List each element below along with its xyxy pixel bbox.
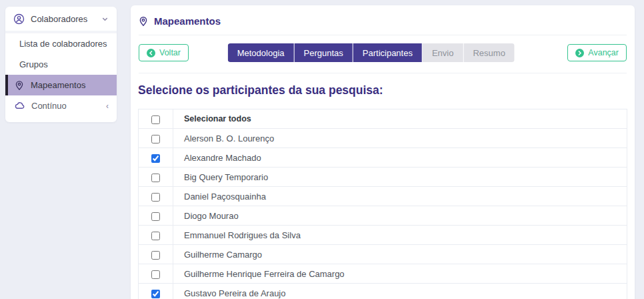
person-circle-icon (13, 13, 25, 25)
participant-name: Alerson B. O. Lourenço (173, 129, 627, 148)
sidebar-item-label: Mapeamentos (31, 80, 85, 90)
row-checkbox[interactable] (151, 232, 160, 240)
participant-name: Guilherme Camargo (173, 245, 627, 264)
table-header-row: Selecionar todos (139, 109, 627, 129)
row-checkbox[interactable] (151, 135, 160, 143)
participant-name: Gustavo Pereira de Araujo (173, 284, 627, 299)
table-row: Alerson B. O. Lourenço (139, 129, 627, 148)
table-row: Emmanuel Rodrigues da Silva (139, 226, 627, 245)
sidebar-item-colaboradores[interactable]: Colaboradores (5, 7, 117, 31)
row-checkbox[interactable] (151, 193, 160, 202)
divider (139, 35, 627, 35)
participant-name: Big Query Temporario (173, 168, 627, 187)
row-checkbox[interactable] (151, 270, 160, 279)
sidebar-item-continuo[interactable]: Contínuo ‹ (5, 95, 117, 116)
location-pin-icon (138, 16, 149, 27)
table-row: Daniel Paçosquainha (139, 187, 627, 206)
section-heading: Selecione os participantes da sua pesqui… (138, 83, 627, 97)
table-row: Guilherme Camargo (139, 245, 627, 264)
select-all-label: Selecionar todos (173, 109, 627, 129)
tab-resumo[interactable]: Resumo (463, 43, 514, 62)
row-checkbox[interactable] (151, 154, 160, 163)
sidebar-item-label: Contínuo (31, 101, 67, 111)
sidebar-item-grupos[interactable]: Grupos (5, 54, 117, 75)
tab-group: MetodologiaPerguntasParticipantesEnvioRe… (228, 43, 515, 62)
row-checkbox[interactable] (151, 251, 160, 260)
wizard-toolbar: Voltar MetodologiaPerguntasParticipantes… (139, 43, 627, 62)
table-row: Diogo Mourao (139, 206, 627, 226)
sidebar-item-label: Grupos (19, 59, 48, 69)
participant-name: Guilherme Henrique Ferreira de Camargo (173, 264, 627, 284)
main-card: Mapeamentos Voltar MetodologiaPerguntasP… (131, 5, 635, 299)
sidebar-item-lista-de-colaboradores[interactable]: Lista de colaboradores (5, 33, 117, 54)
participants-tbody: Alerson B. O. LourençoAlexandre MachadoB… (139, 129, 627, 299)
page-title-row: Mapeamentos (131, 5, 635, 35)
row-checkbox[interactable] (151, 212, 160, 221)
divider (139, 73, 627, 73)
location-pin-icon (14, 80, 25, 91)
row-checkbox[interactable] (151, 174, 160, 182)
table-row: Gustavo Pereira de Araujo (139, 284, 627, 299)
table-row: Guilherme Henrique Ferreira de Camargo (139, 264, 627, 284)
arrow-left-circle-icon (147, 49, 155, 57)
row-checkbox[interactable] (151, 290, 160, 298)
arrow-right-circle-icon (575, 49, 584, 57)
table-row: Big Query Temporario (139, 168, 627, 187)
back-button[interactable]: Voltar (139, 44, 189, 61)
participant-name: Emmanuel Rodrigues da Silva (173, 226, 627, 245)
sidebar-item-label: Lista de colaboradores (19, 39, 107, 49)
tab-participantes[interactable]: Participantes (353, 43, 422, 62)
select-all-checkbox[interactable] (151, 115, 160, 124)
chevron-down-icon (101, 15, 109, 23)
tab-perguntas[interactable]: Perguntas (295, 43, 353, 62)
sidebar-item-label: Colaboradores (31, 14, 87, 24)
cloud-icon (14, 100, 25, 111)
sidebar: Colaboradores Lista de colaboradores Gru… (5, 7, 117, 122)
page-title: Mapeamentos (154, 15, 221, 27)
tab-metodologia[interactable]: Metodologia (228, 43, 294, 62)
tab-envio[interactable]: Envio (423, 43, 463, 62)
participant-name: Daniel Paçosquainha (173, 187, 627, 206)
participants-table: Selecionar todos Alerson B. O. LourençoA… (138, 109, 627, 299)
sidebar-item-mapeamentos[interactable]: Mapeamentos (5, 75, 117, 95)
chevron-left-icon: ‹ (106, 101, 109, 111)
participant-name: Alexandre Machado (173, 148, 627, 168)
participant-name: Diogo Mourao (173, 206, 627, 226)
next-button[interactable]: Avançar (567, 44, 627, 61)
table-row: Alexandre Machado (139, 148, 627, 168)
